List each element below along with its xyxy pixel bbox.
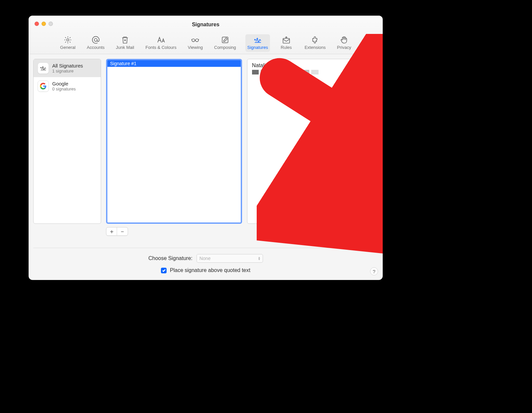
account-title: All Signatures [52,63,83,69]
tab-rules[interactable]: Rules [277,34,295,52]
gear-icon [63,36,73,44]
window-title: Signatures [29,22,383,28]
rules-icon [281,36,291,44]
trash-icon [120,36,130,44]
checkbox-checked-icon[interactable] [274,227,280,233]
choose-signature-select[interactable]: None ▴▾ [197,254,263,263]
place-above-row[interactable]: Place signature above quoted text [33,267,378,273]
tab-fonts-colours[interactable]: Fonts & Colours [144,34,179,52]
content-area: All Signatures 1 signature Google 0 sign… [29,54,383,248]
account-subtitle: 1 signature [52,69,83,73]
account-text: Google 0 signatures [52,81,76,91]
tab-label: Junk Mail [116,45,134,50]
tab-accounts[interactable]: Accounts [85,34,106,52]
all-signatures-icon [38,63,49,74]
tab-privacy[interactable]: Privacy [335,34,353,52]
signature-preview-pane[interactable]: Natalie Polly [247,59,378,224]
select-value: None [200,256,210,261]
account-row-all[interactable]: All Signatures 1 signature [34,59,101,77]
below-panes-row: ＋ － Always match my default message font… [33,224,378,248]
tab-junk-mail[interactable]: Junk Mail [114,34,136,52]
tab-composing[interactable]: Composing [212,34,238,52]
tab-general[interactable]: General [58,34,77,52]
signature-item-selected[interactable]: Signature #1 [107,60,241,67]
account-text: All Signatures 1 signature [52,63,83,73]
svg-point-0 [67,39,69,41]
remove-signature-button[interactable]: － [117,227,128,235]
tab-label: Viewing [188,45,203,50]
svg-rect-5 [283,39,290,43]
updown-chevron-icon: ▴▾ [258,256,260,260]
accounts-pane: All Signatures 1 signature Google 0 sign… [33,59,101,224]
svg-rect-4 [222,37,228,43]
preferences-window: Signatures General Accounts Junk Mail Fo… [29,16,383,280]
signatures-list-pane[interactable]: Signature #1 [106,59,242,224]
tab-label: Composing [214,45,236,50]
match-font-group: Always match my default message font (He… [274,227,378,242]
match-font-checkbox-row[interactable]: Always match my default message font [274,227,375,233]
checkbox-checked-icon[interactable] [161,268,167,273]
account-row-google[interactable]: Google 0 signatures [34,77,101,95]
signature-icon [253,36,263,44]
choose-signature-label: Choose Signature: [148,255,193,261]
font-icon [156,36,166,44]
svg-point-2 [192,39,195,42]
tab-label: Signatures [247,45,268,50]
help-button[interactable]: ? [370,267,378,275]
hand-icon [339,36,349,44]
match-font-sub: (Helvetica 12) [274,236,312,242]
compose-icon [220,36,230,44]
tab-label: Extensions [305,45,326,50]
svg-point-3 [196,39,199,42]
tab-signatures[interactable]: Signatures [245,34,270,52]
tab-label: General [60,45,75,50]
tab-viewing[interactable]: Viewing [186,34,205,52]
place-above-label: Place signature above quoted text [170,267,250,273]
add-remove-signature: ＋ － [106,227,128,236]
at-icon [91,36,101,44]
panes-row: All Signatures 1 signature Google 0 sign… [33,59,378,224]
tab-label: Accounts [87,45,104,50]
preview-name: Natalie Polly [252,63,373,69]
match-font-label: Always match my default message font [283,227,375,233]
svg-point-1 [94,39,97,42]
tab-extensions[interactable]: Extensions [303,34,328,52]
footer: Choose Signature: None ▴▾ Place signatur… [29,248,383,280]
puzzle-icon [310,36,320,44]
tab-label: Privacy [337,45,351,50]
add-signature-button[interactable]: ＋ [106,227,117,235]
account-title: Google [52,81,76,86]
glasses-icon [190,36,200,44]
choose-signature-row: Choose Signature: None ▴▾ [33,254,378,263]
google-icon [38,80,49,92]
prefs-toolbar: General Accounts Junk Mail Fonts & Colou… [29,34,383,52]
tab-label: Fonts & Colours [146,45,177,50]
titlebar: Signatures General Accounts Junk Mail Fo… [29,16,383,54]
redacted-line [252,70,373,74]
account-subtitle: 0 signatures [52,86,76,91]
tab-label: Rules [281,45,292,50]
